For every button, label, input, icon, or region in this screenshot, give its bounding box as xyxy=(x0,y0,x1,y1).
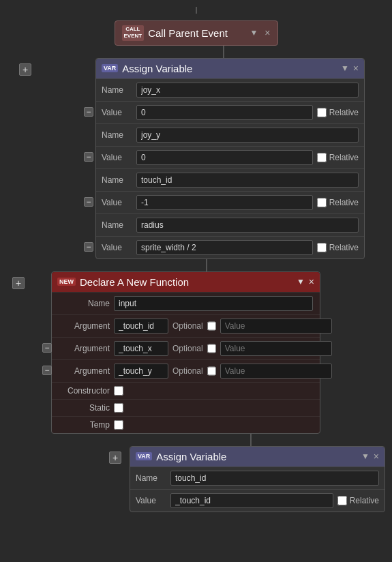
assign-var1-arrow[interactable]: ▼ xyxy=(341,63,349,73)
arg2-row: Argument Optional xyxy=(52,337,320,359)
value-label-1: Value xyxy=(102,108,132,117)
plus-icon-2: + xyxy=(16,278,21,288)
assign-var2-plus-btn[interactable]: + xyxy=(109,452,121,464)
static-checkbox[interactable] xyxy=(114,403,123,413)
assign-var1-block: VAR Assign Variable ▼ × Name − Value xyxy=(95,58,365,259)
relative-label-touch-id: Relative xyxy=(329,198,359,207)
connector-line-2 xyxy=(223,46,224,58)
arg1-value-input[interactable] xyxy=(220,319,332,334)
relative-checkbox-radius[interactable] xyxy=(317,243,327,252)
arg3-name-input[interactable] xyxy=(114,364,168,379)
canvas: CALLEVENT Call Parent Event ▼ × + VAR As… xyxy=(0,7,392,562)
connector-line xyxy=(196,7,197,14)
declare-fn-plus-btn[interactable]: + xyxy=(12,277,25,289)
value-input-radius[interactable] xyxy=(136,240,313,255)
temp-checkbox[interactable] xyxy=(114,420,123,430)
name-input-touch-id-2[interactable] xyxy=(170,471,379,486)
fn-badge: NEW xyxy=(57,278,76,286)
fn-name-label: Name xyxy=(59,299,110,308)
plus-icon: + xyxy=(22,65,28,74)
name-input-radius[interactable] xyxy=(136,218,359,233)
arg2-pair: − Argument Optional xyxy=(52,337,320,359)
assign-var1-plus-btn[interactable]: + xyxy=(19,63,31,76)
relative-checkbox-touch-id[interactable] xyxy=(317,198,327,207)
value-input-touch-id[interactable] xyxy=(136,195,313,210)
value-input-touch-id-2[interactable] xyxy=(170,493,333,508)
call-event-badge: CALLEVENT xyxy=(122,25,145,41)
fn-name-input[interactable] xyxy=(114,296,313,311)
relative-checkbox-joy-x[interactable] xyxy=(317,108,327,117)
assign-var2-title: Assign Variable xyxy=(156,451,357,462)
arg1-optional-checkbox[interactable] xyxy=(207,321,216,331)
call-parent-close[interactable]: × xyxy=(265,27,270,38)
arg1-row: Argument Optional xyxy=(52,314,320,337)
arg3-value-input[interactable] xyxy=(220,364,332,379)
minus-icon-6: − xyxy=(44,366,49,375)
relative-checkbox-touch-id-2[interactable] xyxy=(337,496,347,505)
temp-label: Temp xyxy=(59,420,110,430)
relative-label-touch-id-2: Relative xyxy=(350,496,379,505)
assign-var2-arrow[interactable]: ▼ xyxy=(361,452,370,461)
relative-radius: Relative xyxy=(317,243,359,252)
minus-icon-4: − xyxy=(86,242,91,252)
arg3-optional-label: Optional xyxy=(172,366,203,376)
constructor-checkbox[interactable] xyxy=(114,386,123,396)
value-input-joy-x[interactable] xyxy=(136,105,313,120)
relative-checkbox-joy-y[interactable] xyxy=(317,153,327,162)
var1-badge: VAR xyxy=(102,64,118,72)
declare-fn-wrapper: + NEW Declare A New Function ▼ × Name Ar… xyxy=(0,271,392,434)
value-label-5: Value xyxy=(136,496,166,505)
declare-fn-close[interactable]: × xyxy=(309,276,314,287)
minus-icon-3: − xyxy=(86,197,91,207)
name-label-3: Name xyxy=(102,175,132,185)
declare-fn-title: Declare A New Function xyxy=(80,276,292,288)
temp-row: Temp xyxy=(52,416,320,433)
assign-var2-block: VAR Assign Variable ▼ × Name Value Relat… xyxy=(130,446,385,512)
plus-icon-3: + xyxy=(112,453,118,462)
minus-touch-id[interactable]: − xyxy=(84,197,93,207)
call-parent-arrow[interactable]: ▼ xyxy=(250,28,258,38)
assign-var2-close[interactable]: × xyxy=(374,451,379,462)
arg2-name-input[interactable] xyxy=(114,341,168,356)
name-input-joy-x[interactable] xyxy=(136,83,359,98)
call-parent-header: CALLEVENT Call Parent Event ▼ × xyxy=(115,20,278,46)
row-radius-name: Name xyxy=(96,213,364,236)
minus-arg2[interactable]: − xyxy=(42,343,52,353)
arg2-value-input[interactable] xyxy=(220,341,332,356)
declare-fn-arrow[interactable]: ▼ xyxy=(297,277,305,286)
name-input-joy-y[interactable] xyxy=(136,128,359,143)
row-joy-x-value: Value Relative xyxy=(96,101,364,123)
arg3-row: Argument Optional xyxy=(52,359,320,382)
arg2-label: Argument xyxy=(59,344,110,353)
arg3-label: Argument xyxy=(59,366,110,376)
minus-joy-y[interactable]: − xyxy=(84,152,93,162)
row-radius-value-pair: − Value Relative xyxy=(96,236,364,258)
arg2-optional-label: Optional xyxy=(172,344,203,353)
arg3-optional-checkbox[interactable] xyxy=(207,366,216,376)
value-input-joy-y[interactable] xyxy=(136,150,313,165)
arg1-name-input[interactable] xyxy=(114,319,168,334)
assign-var1-header: VAR Assign Variable ▼ × xyxy=(96,59,364,78)
value-label-2: Value xyxy=(102,153,132,162)
arg2-optional-checkbox[interactable] xyxy=(207,344,216,353)
constructor-row: Constructor xyxy=(52,382,320,399)
row-joy-y-name: Name xyxy=(96,123,364,146)
declare-fn-block: NEW Declare A New Function ▼ × Name Argu… xyxy=(51,271,320,434)
minus-radius[interactable]: − xyxy=(84,242,93,252)
relative-touch-id-2: Relative xyxy=(337,496,379,505)
row-joy-y-value: Value Relative xyxy=(96,146,364,168)
constructor-label: Constructor xyxy=(59,386,110,396)
value-label-4: Value xyxy=(102,243,132,252)
call-parent-block: CALLEVENT Call Parent Event ▼ × xyxy=(115,20,278,46)
minus-arg3[interactable]: − xyxy=(42,366,52,375)
static-label: Static xyxy=(59,403,110,413)
relative-label-joy-y: Relative xyxy=(329,153,359,162)
connector-line-4 xyxy=(250,434,252,446)
fn-name-row: Name xyxy=(52,292,320,314)
row-touch-id-value-pair: − Value Relative xyxy=(96,191,364,213)
row-radius-value: Value Relative xyxy=(96,236,364,258)
name-input-touch-id[interactable] xyxy=(136,173,359,188)
assign-var1-close[interactable]: × xyxy=(353,63,359,74)
minus-joy-x[interactable]: − xyxy=(84,107,93,117)
assign-var2-header: VAR Assign Variable ▼ × xyxy=(130,447,385,467)
